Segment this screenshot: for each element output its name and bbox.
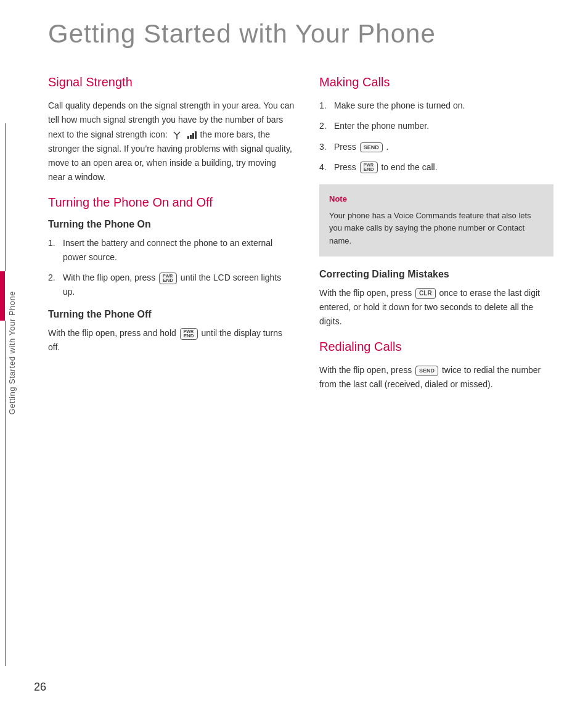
side-tab-line-top — [5, 123, 6, 271]
correcting-mistakes-section: Correcting Dialing Mistakes With the fli… — [319, 269, 553, 329]
turning-on-list: 1. Insert the battery and connect the ph… — [48, 236, 295, 299]
making-calls-list: 1. Make sure the phone is turned on. 2. … — [319, 99, 553, 174]
list-item: 2. With the flip open, press PWREND unti… — [48, 271, 295, 299]
send-button-icon-2: SEND — [415, 366, 438, 376]
send-button-icon: SEND — [360, 142, 383, 153]
main-content: Getting Started with Your Phone Signal S… — [30, 0, 588, 426]
side-tab-text: Getting Started with Your Phone — [7, 291, 17, 415]
note-box: Note Your phone has a Voice Commands fea… — [319, 184, 553, 257]
signal-strength-heading: Signal Strength — [48, 74, 295, 90]
side-tab: Getting Started with Your Phone — [0, 0, 23, 706]
making-calls-heading: Making Calls — [319, 74, 553, 90]
redialing-section: Redialing Calls With the flip open, pres… — [319, 339, 553, 392]
turning-off-body: With the flip open, press and hold PWREN… — [48, 326, 295, 355]
turning-phone-section: Turning the Phone On and Off Turning the… — [48, 194, 295, 355]
signal-strength-section: Signal Strength Call quality depends on … — [48, 74, 295, 184]
list-item: 3. Press SEND . — [319, 140, 553, 154]
correcting-mistakes-body: With the flip open, press CLR once to er… — [319, 286, 553, 329]
svg-line-1 — [174, 132, 177, 135]
making-calls-section: Making Calls 1. Make sure the phone is t… — [319, 74, 553, 257]
list-item: 4. Press PWREND to end the call. — [319, 160, 553, 174]
side-tab-line-bottom — [5, 321, 6, 666]
signal-strength-icon-area — [170, 129, 200, 139]
signal-bars-icon — [187, 131, 197, 139]
clr-button-icon: CLR — [415, 288, 436, 299]
turning-on-subheading: Turning the Phone On — [48, 219, 295, 230]
page-container: Getting Started with Your Phone Getting … — [0, 0, 588, 706]
page-title: Getting Started with Your Phone — [48, 18, 563, 49]
list-item: 1. Insert the battery and connect the ph… — [48, 236, 295, 265]
end-button-icon-2: PWREND — [180, 328, 198, 340]
redialing-body: With the flip open, press SEND twice to … — [319, 363, 553, 392]
col-right: Making Calls 1. Make sure the phone is t… — [319, 74, 553, 401]
antenna-icon — [171, 130, 182, 140]
side-tab-bar — [0, 271, 5, 321]
svg-line-2 — [177, 132, 180, 135]
note-body: Your phone has a Voice Commands feature … — [329, 211, 531, 246]
signal-strength-body: Call quality depends on the signal stren… — [48, 99, 295, 184]
col-left: Signal Strength Call quality depends on … — [48, 74, 295, 401]
note-label: Note — [329, 193, 544, 206]
list-item: 2. Enter the phone number. — [319, 119, 553, 133]
end-button-icon: PWREND — [159, 273, 177, 284]
list-item: 1. Make sure the phone is turned on. — [319, 99, 553, 113]
columns: Signal Strength Call quality depends on … — [48, 74, 563, 401]
redialing-heading: Redialing Calls — [319, 339, 553, 355]
page-number: 26 — [34, 681, 46, 694]
end-button-icon-3: PWREND — [360, 162, 378, 173]
correcting-mistakes-heading: Correcting Dialing Mistakes — [319, 269, 553, 280]
turning-phone-heading: Turning the Phone On and Off — [48, 194, 295, 210]
turning-off-subheading: Turning the Phone Off — [48, 309, 295, 320]
